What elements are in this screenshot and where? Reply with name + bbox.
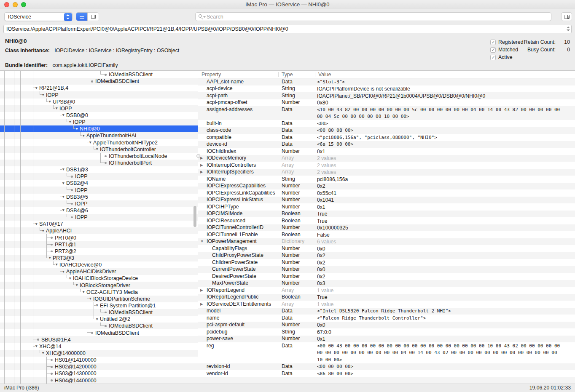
tree-row[interactable]: ▼EFI System Partition@1 xyxy=(0,302,198,309)
tree-row[interactable]: ▼AppleThunderboltNHIType2 xyxy=(0,139,198,146)
tree-row[interactable]: ▼IOPP xyxy=(0,119,198,125)
tree-row[interactable]: ▼Untitled 2@2 xyxy=(0,316,198,323)
property-row[interactable]: MaxPowerStateNumber0x3 xyxy=(198,280,575,287)
tree-row[interactable]: IOMediaBSDClient xyxy=(0,309,198,316)
property-row[interactable]: IOPCIMSIModeBooleanTrue xyxy=(198,211,575,218)
plane-selector-popup[interactable]: IOService xyxy=(4,12,73,21)
property-row[interactable]: IOChildIndexNumber0x1 xyxy=(198,148,575,155)
tree-row[interactable]: ▼IOPP xyxy=(0,91,198,98)
property-row[interactable]: IOPCIExpressLinkStatusNumber0x1041 xyxy=(198,197,575,204)
property-row[interactable]: pci-aspm-defaultNumber0x0 xyxy=(198,322,575,329)
disclosure-triangle-icon[interactable]: ▼ xyxy=(75,283,78,287)
property-row[interactable]: DesiredPowerStateNumber0x2 xyxy=(198,273,575,280)
property-row[interactable]: IOReportLegendPublicBooleanTrue xyxy=(198,294,575,301)
disclosure-triangle-icon[interactable]: ▼ xyxy=(200,239,204,243)
property-row[interactable]: acpi-deviceStringIOACPIPlatformDevice is… xyxy=(198,85,575,93)
tree-row[interactable]: IOMediaBSDClient xyxy=(0,71,198,78)
disclosure-triangle-icon[interactable]: ▼ xyxy=(68,120,72,124)
disclosure-triangle-icon[interactable]: ▼ xyxy=(62,181,65,185)
path-stepper-icon[interactable] xyxy=(566,26,570,32)
property-table-pane[interactable]: PropertyTypeValueAAPL,slot-nameData<"Slo… xyxy=(198,71,575,384)
disclosure-triangle-icon[interactable]: ▼ xyxy=(41,93,45,97)
disclosure-triangle-icon[interactable]: ▼ xyxy=(62,113,65,117)
tree-row[interactable]: ▼AppleAHCI xyxy=(0,227,198,234)
tree-row[interactable]: PRT0@0 xyxy=(0,234,198,241)
column-header-value[interactable]: Value xyxy=(318,72,331,77)
property-row[interactable]: ▶IOReportLegendArray1 value xyxy=(198,287,575,294)
tree-scrollbar-thumb[interactable] xyxy=(193,206,196,227)
tree-row[interactable]: ▼XHC@14000000 xyxy=(0,350,198,357)
tree-row[interactable]: PRT2@2 xyxy=(0,248,198,255)
property-row[interactable]: modelData<"Intel DSL5320 Falcon Ridge Th… xyxy=(198,308,575,315)
tree-row[interactable]: ▼SAT0@17 xyxy=(0,221,198,227)
property-row[interactable]: IOPCIExpressCapabilitiesNumber0x2 xyxy=(198,183,575,190)
tree-row[interactable]: ▼NHI0@0 xyxy=(0,125,198,132)
property-row[interactable]: IONameStringpci8086,156a xyxy=(198,176,575,183)
tree-row[interactable]: ▼IOAHCIBlockStorageDevice xyxy=(0,275,198,282)
property-row[interactable]: device-idData<6a 15 00 00> xyxy=(198,141,575,148)
tree-row[interactable]: ▼XHC@14 xyxy=(0,343,198,350)
tree-row[interactable]: ▼IOBlockStorageDriver xyxy=(0,282,198,288)
disclosure-triangle-icon[interactable]: ▼ xyxy=(68,276,72,280)
tree-row[interactable]: ▼IOAHCIDevice@0 xyxy=(0,261,198,268)
disclosure-triangle-icon[interactable]: ▶ xyxy=(200,302,203,306)
disclosure-triangle-icon[interactable]: ▼ xyxy=(89,296,92,301)
disclosure-triangle-icon[interactable]: ▼ xyxy=(48,99,51,104)
property-row[interactable]: IOPCIExpressLinkCapabilitiesNumber0x55c4… xyxy=(198,189,575,197)
disclosure-triangle-icon[interactable]: ▼ xyxy=(62,269,65,274)
column-separator[interactable] xyxy=(278,72,279,77)
tree-row[interactable]: ▼AppleAHCIDiskDriver xyxy=(0,268,198,275)
property-row[interactable]: IOPCIResourcedBooleanTrue xyxy=(198,217,575,224)
column-header-type[interactable]: Type xyxy=(282,72,293,77)
inspector-toggle-button[interactable] xyxy=(561,12,572,21)
property-row[interactable]: AAPL,slot-nameData<"Slot-3"> xyxy=(198,78,575,85)
tree-row[interactable]: ▼DSB4@6 xyxy=(0,207,198,214)
tree-row[interactable]: SBUS@1F,4 xyxy=(0,336,198,343)
tree-row[interactable]: ▼DSB1@3 xyxy=(0,166,198,173)
property-row[interactable]: CurrentPowerStateNumber0x0 xyxy=(198,266,575,273)
property-row[interactable]: compatibleData<"pci8086,156a", "pciclass… xyxy=(198,134,575,141)
tree-row[interactable]: HS02@14200000 xyxy=(0,363,198,370)
search-input[interactable] xyxy=(207,13,548,20)
property-row[interactable]: acpi-pmcap-offsetNumber0x80 xyxy=(198,99,575,107)
disclosure-triangle-icon[interactable]: ▶ xyxy=(200,288,203,292)
column-separator[interactable] xyxy=(315,72,315,77)
search-icon[interactable] xyxy=(199,14,202,18)
tree-row[interactable]: HS04@14400000 xyxy=(0,377,198,384)
registry-tree-pane[interactable]: IOMediaBSDClientIOMediaBSDClient▼RP21@1B… xyxy=(0,71,198,384)
tree-row[interactable]: ▼RP21@1B,4 xyxy=(0,85,198,91)
tree-row[interactable]: ▼IOThunderboltController xyxy=(0,146,198,153)
tree-row[interactable]: ▼DSB2@4 xyxy=(0,180,198,187)
search-menu-chevron-icon[interactable] xyxy=(203,16,206,18)
tree-row[interactable]: ▼UPSB@0 xyxy=(0,99,198,105)
tree-row[interactable]: PRT1@1 xyxy=(0,241,198,248)
property-row[interactable]: ▼IOPowerManagementDictionary6 values xyxy=(198,238,575,245)
tree-row[interactable]: IOThunderboltLocalNode xyxy=(0,153,198,160)
tree-row[interactable]: IOPP xyxy=(0,173,198,180)
disclosure-triangle-icon[interactable]: ▼ xyxy=(95,317,99,321)
property-row[interactable]: acpi-pathStringIOACPIPlane:/_SB/PCI0@0/R… xyxy=(198,92,575,99)
disclosure-triangle-icon[interactable]: ▼ xyxy=(55,106,58,110)
disclosure-triangle-icon[interactable]: ▼ xyxy=(75,127,78,131)
property-row[interactable]: ChildrenPowerStateNumber0x2 xyxy=(198,259,575,266)
disclosure-triangle-icon[interactable]: ▶ xyxy=(200,163,203,167)
disclosure-triangle-icon[interactable]: ▼ xyxy=(82,133,85,138)
disclosure-triangle-icon[interactable]: ▼ xyxy=(41,351,45,355)
tree-row[interactable]: ▼PRT3@3 xyxy=(0,255,198,261)
column-header-property[interactable]: Property xyxy=(202,72,221,77)
disclosure-triangle-icon[interactable]: ▶ xyxy=(200,156,203,160)
property-row[interactable]: ▶IOInterruptControllersArray2 values xyxy=(198,162,575,169)
tree-row[interactable]: IOPP xyxy=(0,187,198,193)
disclosure-triangle-icon[interactable]: ▶ xyxy=(200,170,203,174)
disclosure-triangle-icon[interactable]: ▼ xyxy=(95,147,99,151)
property-row[interactable]: built-inData<00> xyxy=(198,120,575,127)
property-row[interactable]: CapabilityFlagsNumber0x0 xyxy=(198,245,575,252)
splitter-handle[interactable] xyxy=(196,154,200,158)
property-row[interactable]: nameData<"Falcon Ridge Thunderbolt Contr… xyxy=(198,315,575,322)
tree-row[interactable]: IOMediaBSDClient xyxy=(0,78,198,85)
disclosure-triangle-icon[interactable]: ▼ xyxy=(35,344,38,348)
property-row[interactable]: revision-idData<00 00 00 00> xyxy=(198,363,575,371)
tree-row[interactable]: HS03@14300000 xyxy=(0,370,198,377)
disclosure-triangle-icon[interactable]: ▼ xyxy=(82,290,85,294)
tree-row[interactable]: ▼IOPP xyxy=(0,105,198,112)
